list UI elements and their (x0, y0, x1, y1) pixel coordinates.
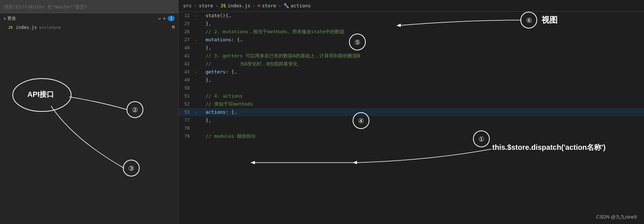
line-content-49: }, (198, 76, 644, 84)
code-line-79: 79 // modules 模块拆分 (179, 132, 644, 140)
modified-badge: M (172, 25, 175, 30)
line-num-49: 49 (179, 76, 193, 84)
code-line-43: 43 › getters: {… (179, 68, 644, 76)
code-line-11: 11 › state(){… (179, 12, 644, 20)
line-num-53: 53 (179, 108, 193, 116)
changes-chevron-icon[interactable]: ∨ (4, 16, 6, 20)
line-arrow-27[interactable]: › (193, 36, 198, 44)
breadcrumb-store: store (199, 3, 213, 8)
breadcrumb-store-label: store (262, 3, 276, 8)
code-line-53: 53 › actions: {… (179, 108, 644, 116)
line-content-27: mutations: {… (198, 36, 644, 44)
line-arrow-49 (193, 76, 198, 84)
file-name: index.js (16, 25, 37, 30)
code-line-25: 25 }, (179, 20, 644, 28)
line-content-40: }, (198, 44, 644, 52)
code-area: 11 › state(){… 25 }, 26 // 2. mutations，… (179, 12, 644, 140)
line-content-25: }, (198, 20, 644, 28)
line-content-51: // 4. actions (198, 92, 644, 100)
line-arrow-50 (193, 84, 198, 92)
line-num-79: 79 (179, 132, 193, 140)
svg-point-1 (127, 102, 143, 118)
breadcrumb-bar: src › store › JS index.js › ⊙ store › 🔧 … (179, 0, 644, 12)
line-num-42: 42 (179, 60, 193, 68)
line-arrow-41 (193, 52, 198, 60)
line-content-26: // 2. mutations，相当于methods。用来修改state中的数据 (198, 28, 644, 36)
svg-text:this.$store.dispatch('action名称: this.$store.dispatch('action名称') (492, 143, 606, 151)
left-annotation-layer: API接口 ② ③ (0, 0, 179, 224)
line-num-78: 78 (179, 124, 193, 132)
svg-point-0 (13, 79, 71, 111)
file-item[interactable]: JS index.js src\store M (0, 24, 178, 31)
commit-message-input[interactable] (4, 4, 175, 10)
line-arrow-53[interactable]: › (193, 109, 198, 117)
breadcrumb-sep2: › (215, 3, 218, 8)
js-file-icon: JS (7, 25, 13, 30)
line-num-40: 40 (179, 44, 193, 52)
line-arrow-51 (193, 92, 198, 100)
line-arrow-77 (193, 117, 198, 125)
svg-text:③: ③ (128, 165, 134, 172)
line-content-79: // modules 模块拆分 (198, 132, 644, 140)
line-num-25: 25 (179, 20, 193, 28)
code-line-42: 42 // 当A变化时，B也能跟着变化 (179, 60, 644, 68)
csdn-watermark: CSDN @九九nine9 (596, 214, 637, 220)
breadcrumb-src: src (183, 3, 191, 8)
line-arrow-42 (193, 60, 198, 68)
breadcrumb-js-label: JS (220, 3, 226, 8)
line-arrow-78 (193, 125, 198, 133)
code-line-26: 26 // 2. mutations，相当于methods。用来修改state中… (179, 28, 644, 36)
breadcrumb-actions: actions (291, 3, 311, 8)
line-num-26: 26 (179, 28, 193, 36)
undo-icon[interactable]: ↩ (158, 16, 161, 21)
line-num-27: 27 (179, 36, 193, 44)
api-label: API接口 (27, 90, 54, 98)
line-content-53: actions: {… (198, 108, 644, 116)
line-arrow-26 (193, 28, 198, 36)
line-num-52: 52 (179, 100, 193, 108)
add-icon[interactable]: + (163, 16, 166, 21)
line-content-43: getters: {… (198, 68, 644, 76)
store-breadcrumb-icon: ⊙ (257, 3, 260, 8)
line-content-77: }, (198, 116, 644, 124)
code-line-78: 78 (179, 124, 644, 132)
left-panel: ∨ 更改 ↩ + 1 JS index.js src\store M API接口… (0, 0, 179, 224)
code-line-49: 49 }, (179, 76, 644, 84)
line-content-42: // 当A变化时，B也能跟着变化 (198, 60, 644, 68)
changes-badge: 1 (168, 16, 175, 21)
commit-input-area[interactable] (0, 0, 178, 13)
line-content-41: // 3. getters 可以用来在已有的数据A的基础上，计算得到新的数据B (198, 52, 644, 60)
line-arrow-79 (193, 133, 198, 140)
code-line-27: 27 › mutations: {… (179, 36, 644, 44)
right-panel: src › store › JS index.js › ⊙ store › 🔧 … (179, 0, 644, 224)
code-line-77: 77 }, (179, 116, 644, 124)
line-content-52: // 类似于写methods (198, 100, 644, 108)
line-num-43: 43 (179, 68, 193, 76)
line-num-77: 77 (179, 116, 193, 124)
breadcrumb-sep4: › (278, 3, 281, 8)
code-line-41: 41 // 3. getters 可以用来在已有的数据A的基础上，计算得到新的数… (179, 52, 644, 60)
code-line-52: 52 // 类似于写methods (179, 100, 644, 108)
line-num-11: 11 (179, 12, 193, 20)
changes-header: ∨ 更改 ↩ + 1 (0, 13, 178, 24)
code-line-51: 51 // 4. actions (179, 92, 644, 100)
line-arrow-43[interactable]: › (193, 68, 198, 76)
svg-text:②: ② (132, 106, 138, 114)
actions-breadcrumb-icon: 🔧 (283, 3, 289, 8)
svg-point-3 (123, 160, 139, 176)
breadcrumb-filename: index.js (228, 3, 251, 8)
code-line-40: 40 }, (179, 44, 644, 52)
changes-controls: ↩ + 1 (158, 16, 175, 21)
line-content-11: state(){… (198, 12, 644, 20)
breadcrumb-sep1: › (194, 3, 197, 8)
line-arrow-25 (193, 20, 198, 28)
line-arrow-40 (193, 44, 198, 52)
code-line-50: 50 (179, 84, 644, 92)
file-path: src\store (39, 25, 61, 30)
line-num-50: 50 (179, 84, 193, 92)
line-arrow-11[interactable]: › (193, 12, 198, 20)
breadcrumb-sep3: › (253, 3, 256, 8)
line-num-41: 41 (179, 52, 193, 60)
line-arrow-52 (193, 100, 198, 109)
changes-title: 更改 (7, 15, 158, 22)
